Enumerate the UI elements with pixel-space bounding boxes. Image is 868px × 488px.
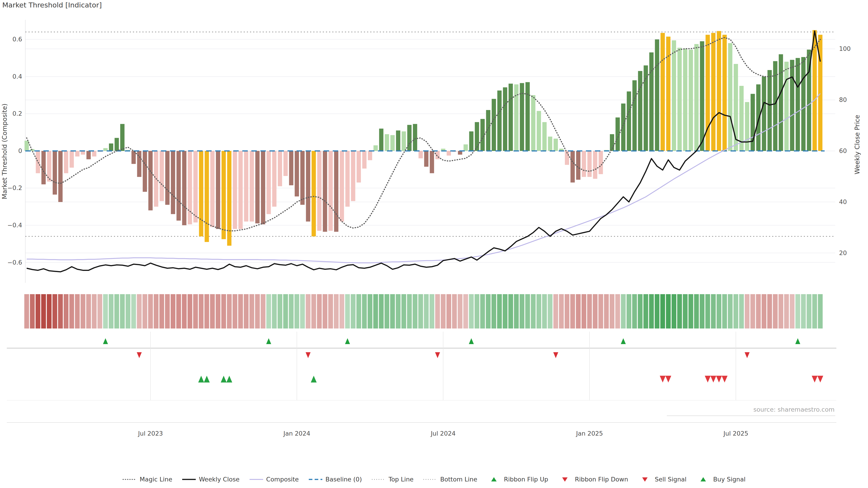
left-axis-tick: −0.4 (7, 222, 22, 229)
x-axis-tick: Jul 2024 (430, 430, 456, 437)
triangle-up-green-icon (487, 476, 501, 483)
sell-signal-marker (665, 376, 671, 383)
right-axis-tick: 100 (839, 45, 851, 52)
ribbon-flip-up-marker (469, 338, 474, 344)
page: { "title": "Market Threshold [Indicator]… (0, 0, 868, 488)
ribbon-flip-up-marker (103, 338, 108, 344)
ribbon-flip-down-marker (137, 352, 142, 358)
x-axis-tick: Jan 2024 (283, 430, 310, 437)
triangle-down-red-icon (558, 476, 572, 483)
legend-item-buy-signal: Buy Signal (696, 476, 745, 483)
ribbon-flip-down-marker (553, 352, 558, 358)
legend-label: Top Line (389, 476, 413, 483)
ribbon-flip-up-marker (266, 338, 271, 344)
left-axis-tick: −0.2 (7, 184, 22, 191)
legend-item-magic-line: Magic Line (123, 476, 172, 483)
legend-item-composite: Composite (249, 476, 299, 483)
dashed-blue-icon (308, 476, 323, 483)
legend-label: Composite (266, 476, 299, 483)
sell-signal-marker (710, 376, 716, 383)
ribbon-flip-down-marker (745, 352, 749, 358)
ribbon-flip-down-marker (306, 352, 311, 358)
legend-label: Bottom Line (440, 476, 477, 483)
legend-item-ribbon-flip-up: Ribbon Flip Up (487, 476, 548, 483)
legend-label: Sell Signal (655, 476, 686, 483)
left-axis-title: Market Threshold (Composite) (1, 103, 8, 199)
legend-item-bottom-line: Bottom Line (423, 476, 477, 483)
left-axis-tick: 0.2 (12, 110, 22, 117)
ribbon-flip-up-marker (345, 338, 350, 344)
legend: Magic LineWeekly CloseCompositeBaseline … (0, 476, 868, 483)
buy-signal-marker (221, 376, 227, 383)
sell-signal-marker (722, 376, 727, 383)
legend-label: Weekly Close (199, 476, 240, 483)
dotted-gray-icon (123, 476, 137, 483)
right-axis-title: Weekly Close Price (854, 115, 861, 174)
legend-item-ribbon-flip-down: Ribbon Flip Down (558, 476, 628, 483)
ribbon-flip-down-marker (435, 352, 440, 358)
ribbon-flip-up-marker (795, 338, 800, 344)
x-axis-tick: Jan 2025 (576, 430, 603, 437)
left-axis-tick: −0.6 (7, 259, 22, 266)
buy-signal-marker (311, 376, 317, 383)
legend-item-sell-signal: Sell Signal (638, 476, 686, 483)
sell-signal-marker (812, 376, 817, 383)
source-credit: source: sharemaestro.com (753, 406, 835, 413)
solid-black-icon (182, 476, 196, 483)
legend-item-baseline-0-: Baseline (0) (308, 476, 362, 483)
legend-item-weekly-close: Weekly Close (182, 476, 240, 483)
sell-signal-marker (817, 376, 823, 383)
right-axis-tick: 80 (839, 96, 847, 103)
buy-signal-marker (198, 376, 204, 383)
legend-label: Magic Line (140, 476, 172, 483)
triangle-up-green-icon (696, 476, 710, 483)
right-axis-tick: 40 (839, 198, 847, 205)
dotted-gray-fine-icon (371, 476, 386, 483)
ribbon-flip-up-marker (621, 338, 626, 344)
left-axis-tick: 0.4 (12, 73, 22, 80)
sell-signal-marker (660, 376, 666, 383)
left-axis-tick: 0 (18, 147, 22, 154)
x-axis-tick: Jul 2025 (723, 430, 748, 437)
x-axis-tick: Jul 2023 (138, 430, 163, 437)
right-axis-tick: 60 (839, 147, 847, 154)
right-axis-tick: 20 (839, 250, 847, 256)
legend-label: Ribbon Flip Up (504, 476, 548, 483)
triangle-down-red-icon (638, 476, 652, 483)
legend-label: Baseline (0) (326, 476, 362, 483)
sell-signal-marker (716, 376, 722, 383)
solid-lavender-icon (249, 476, 264, 483)
sell-signal-marker (705, 376, 711, 383)
legend-item-top-line: Top Line (371, 476, 413, 483)
buy-signal-marker (226, 376, 232, 383)
main-chart: 0.60.40.20−0.2−0.4−0.610080604020Jul 202… (0, 0, 868, 488)
legend-label: Ribbon Flip Down (575, 476, 628, 483)
dotted-gray-fine-icon (423, 476, 437, 483)
legend-label: Buy Signal (713, 476, 745, 483)
left-axis-tick: 0.6 (12, 36, 22, 43)
buy-signal-marker (204, 376, 210, 383)
